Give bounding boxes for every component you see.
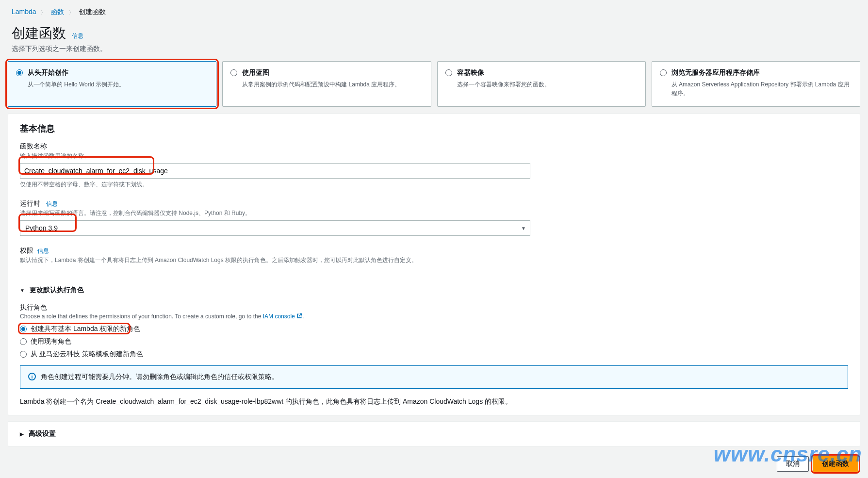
external-link-icon bbox=[296, 313, 302, 319]
chevron-right-icon: 〉 bbox=[69, 10, 74, 15]
triangle-down-icon: ▼ bbox=[20, 288, 25, 293]
info-text: 角色创建过程可能需要几分钟。请勿删除角色或编辑此角色的信任或权限策略。 bbox=[41, 373, 278, 381]
runtime-select[interactable]: Python 3.9 ▼ bbox=[20, 220, 530, 236]
runtime-field: 运行时 信息 选择用来编写函数的语言。请注意，控制台代码编辑器仅支持 Node.… bbox=[20, 199, 848, 236]
card-title: 使用蓝图 bbox=[242, 68, 269, 77]
info-link[interactable]: 信息 bbox=[46, 200, 58, 207]
radio-label: 创建具有基本 Lambda 权限的新角色 bbox=[31, 325, 140, 333]
iam-console-link[interactable]: IAM console bbox=[263, 313, 295, 320]
card-title: 容器映像 bbox=[457, 68, 484, 77]
page-header: 创建函数 信息 选择下列选项之一来创建函数。 bbox=[5, 19, 863, 61]
breadcrumb: Lambda 〉 函数 〉 创建函数 bbox=[5, 5, 863, 19]
chevron-down-icon: ▼ bbox=[521, 226, 526, 231]
create-function-button[interactable]: 创建函数 bbox=[813, 456, 858, 472]
radio-icon[interactable] bbox=[445, 69, 452, 76]
radio-label: 使用现有角色 bbox=[31, 337, 71, 346]
card-browse-sar[interactable]: 浏览无服务器应用程序存储库 从 Amazon Serverless Applic… bbox=[652, 61, 860, 107]
info-callout: i 角色创建过程可能需要几分钟。请勿删除角色或编辑此角色的信任或权限策略。 bbox=[20, 365, 848, 389]
card-title: 浏览无服务器应用程序存储库 bbox=[671, 68, 760, 77]
basic-info-panel: 基本信息 函数名称 输入描述函数用途的名称。 仅使用不带空格的字母、数字、连字符… bbox=[8, 114, 860, 415]
field-hint: 默认情况下，Lambda 将创建一个具有将日志上传到 Amazon CloudW… bbox=[20, 256, 848, 264]
card-desc: 选择一个容器映像来部署您的函数。 bbox=[457, 80, 638, 89]
breadcrumb-root[interactable]: Lambda bbox=[12, 8, 36, 16]
field-label: 运行时 bbox=[20, 199, 40, 207]
radio-icon[interactable] bbox=[660, 69, 667, 76]
expander-label: 高级设置 bbox=[29, 429, 56, 437]
field-label: 权限 bbox=[20, 247, 33, 255]
info-icon: i bbox=[28, 373, 36, 380]
role-summary-text: Lambda 将创建一个名为 Create_cloudwatch_alarm_f… bbox=[20, 397, 848, 406]
field-label: 函数名称 bbox=[20, 142, 848, 151]
radio-checked-icon bbox=[20, 326, 27, 332]
change-default-role-expander[interactable]: ▼ 更改默认执行角色 bbox=[8, 279, 860, 301]
function-name-field: 函数名称 输入描述函数用途的名称。 仅使用不带空格的字母、数字、连字符或下划线。 bbox=[20, 142, 848, 189]
info-link[interactable]: 信息 bbox=[37, 247, 49, 255]
advanced-settings-panel: ▶ 高级设置 bbox=[8, 421, 860, 446]
radio-checked-icon[interactable] bbox=[16, 69, 23, 76]
card-desc: 从 Amazon Serverless Application Reposito… bbox=[671, 80, 852, 98]
info-link[interactable]: 信息 bbox=[72, 33, 83, 39]
radio-icon bbox=[20, 351, 27, 358]
card-container-image[interactable]: 容器映像 选择一个容器映像来部署您的函数。 bbox=[437, 61, 646, 107]
field-hint2: 仅使用不带空格的字母、数字、连字符或下划线。 bbox=[20, 181, 848, 189]
card-desc: 从常用案例的示例代码和配置预设中构建 Lambda 应用程序。 bbox=[242, 80, 423, 89]
breadcrumb-current: 创建函数 bbox=[79, 8, 106, 16]
triangle-right-icon: ▶ bbox=[20, 431, 24, 437]
expander-label: 更改默认执行角色 bbox=[30, 286, 84, 294]
panel-heading: 基本信息 bbox=[8, 114, 860, 139]
card-use-blueprint[interactable]: 使用蓝图 从常用案例的示例代码和配置预设中构建 Lambda 应用程序。 bbox=[222, 61, 431, 107]
radio-use-existing-role[interactable]: 使用现有角色 bbox=[20, 337, 848, 346]
advanced-settings-expander[interactable]: ▶ 高级设置 bbox=[8, 422, 860, 446]
card-title: 从头开始创作 bbox=[28, 68, 68, 77]
radio-label: 从 亚马逊云科技 策略模板创建新角色 bbox=[31, 350, 143, 359]
role-hint: Choose a role that defines the permissio… bbox=[20, 313, 848, 320]
page-title: 创建函数 bbox=[12, 24, 66, 43]
page-subtitle: 选择下列选项之一来创建函数。 bbox=[12, 45, 856, 53]
radio-icon bbox=[20, 338, 27, 345]
footer-actions: 取消 创建函数 bbox=[5, 452, 863, 478]
radio-create-new-role[interactable]: 创建具有基本 Lambda 权限的新角色 bbox=[20, 325, 848, 333]
execution-role-block: 执行角色 Choose a role that defines the perm… bbox=[8, 301, 860, 415]
field-hint: 输入描述函数用途的名称。 bbox=[20, 152, 848, 160]
role-label: 执行角色 bbox=[20, 303, 848, 312]
radio-icon[interactable] bbox=[230, 69, 237, 76]
runtime-value: Python 3.9 bbox=[25, 224, 58, 232]
field-hint: 选择用来编写函数的语言。请注意，控制台代码编辑器仅支持 Node.js、Pyth… bbox=[20, 209, 848, 217]
card-desc: 从一个简单的 Hello World 示例开始。 bbox=[28, 80, 208, 89]
cancel-button[interactable]: 取消 bbox=[777, 456, 809, 472]
function-name-input[interactable] bbox=[20, 163, 530, 179]
breadcrumb-functions[interactable]: 函数 bbox=[50, 8, 64, 16]
creation-options-row: 从头开始创作 从一个简单的 Hello World 示例开始。 使用蓝图 从常用… bbox=[5, 61, 863, 114]
permissions-field: 权限 信息 默认情况下，Lambda 将创建一个具有将日志上传到 Amazon … bbox=[20, 247, 848, 264]
card-author-from-scratch[interactable]: 从头开始创作 从一个简单的 Hello World 示例开始。 bbox=[8, 61, 216, 107]
radio-create-from-template[interactable]: 从 亚马逊云科技 策略模板创建新角色 bbox=[20, 350, 848, 359]
chevron-right-icon: 〉 bbox=[41, 10, 46, 15]
